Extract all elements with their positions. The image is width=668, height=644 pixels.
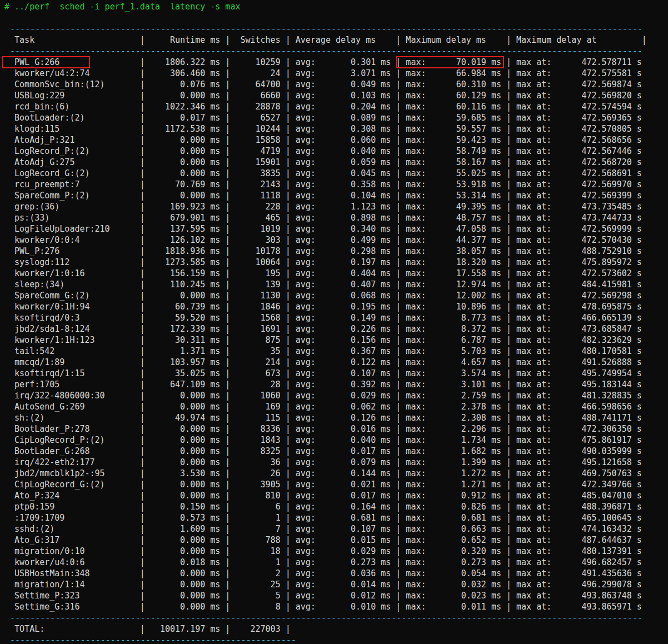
column-divider: | bbox=[396, 535, 401, 546]
runtime-unit: ms bbox=[205, 379, 220, 390]
runtime-unit: ms bbox=[205, 368, 220, 379]
maximum-delay-cell: max:12.974ms bbox=[401, 279, 506, 290]
avg-label: avg: bbox=[296, 457, 321, 468]
max-value: 53.314 bbox=[431, 190, 486, 201]
maximum-delay-at-cell: max at:472.306350s bbox=[511, 423, 642, 435]
column-divider: | bbox=[506, 512, 511, 523]
avg-label: avg: bbox=[296, 223, 321, 234]
terminal-screen[interactable]: # ../perf sched -i perf_1.data latency -… bbox=[0, 0, 668, 644]
max-unit: ms bbox=[486, 234, 501, 246]
avg-value: 0.156 bbox=[321, 335, 376, 346]
avg-label: avg: bbox=[296, 79, 321, 90]
max-unit: ms bbox=[486, 146, 501, 157]
switches-cell: 4719 bbox=[230, 146, 285, 157]
avg-unit: ms bbox=[376, 112, 391, 123]
max-unit: ms bbox=[486, 368, 501, 379]
max-at-label: max at: bbox=[516, 157, 556, 168]
avg-value: 0.040 bbox=[321, 146, 376, 157]
avg-value: 0.301 bbox=[321, 57, 376, 68]
switches-cell: 1019 bbox=[230, 223, 285, 234]
column-divider: | bbox=[225, 401, 230, 412]
max-at-value: 472.569970 bbox=[556, 179, 632, 190]
max-at-label: max at: bbox=[516, 190, 556, 201]
runtime-value: 0.017 bbox=[145, 112, 205, 123]
max-at-label: max at: bbox=[516, 401, 556, 412]
max-label: max: bbox=[406, 468, 431, 479]
table-row: Ato_P:324 | 0.000ms | 810 | avg:0.017ms … bbox=[4, 490, 668, 501]
switches-cell: 64700 bbox=[230, 79, 285, 90]
runtime-value: 0.000 bbox=[145, 90, 205, 101]
switches-cell: 8 bbox=[230, 601, 285, 612]
column-divider: | bbox=[140, 168, 145, 179]
runtime-unit: ms bbox=[205, 357, 220, 368]
max-at-unit: s bbox=[632, 190, 642, 201]
max-at-value: 472.578711 bbox=[556, 57, 632, 68]
column-divider: | bbox=[286, 279, 291, 290]
runtime-value: 679.901 bbox=[145, 212, 205, 223]
column-divider: | bbox=[506, 401, 511, 412]
switches-cell: 15858 bbox=[230, 134, 285, 146]
avg-value: 0.021 bbox=[321, 479, 376, 490]
max-at-value: 496.299078 bbox=[556, 579, 632, 590]
avg-label: avg: bbox=[296, 590, 321, 601]
table-row: SpareComm_P:(2) | 0.000ms | 1118 | avg:0… bbox=[4, 190, 668, 201]
column-divider: | bbox=[140, 123, 145, 134]
avg-label: avg: bbox=[296, 123, 321, 134]
maximum-delay-at-cell: max at:472.567446s bbox=[511, 146, 642, 157]
column-divider: | bbox=[225, 112, 230, 123]
max-at-unit: s bbox=[632, 301, 642, 312]
avg-unit: ms bbox=[376, 57, 391, 68]
average-delay-cell: avg:0.015ms bbox=[291, 535, 396, 546]
switches-cell: 7 bbox=[230, 523, 285, 535]
max-value: 60.310 bbox=[431, 79, 486, 90]
total-row: TOTAL: | 10017.197ms | 227003 | bbox=[4, 623, 668, 635]
max-at-value: 478.695875 bbox=[556, 301, 632, 312]
task-cell: migration/0:10 bbox=[4, 546, 140, 557]
maximum-delay-at-cell: max at:472.578711s bbox=[511, 57, 642, 68]
avg-label: avg: bbox=[296, 90, 321, 101]
avg-label: avg: bbox=[296, 201, 321, 212]
avg-label: avg: bbox=[296, 357, 321, 368]
column-divider: | bbox=[396, 123, 401, 134]
avg-label: avg: bbox=[296, 468, 321, 479]
avg-label: avg: bbox=[296, 346, 321, 357]
avg-value: 0.016 bbox=[321, 423, 376, 435]
average-delay-cell: avg:0.197ms bbox=[291, 257, 396, 268]
header-task: Task bbox=[4, 34, 140, 46]
avg-label: avg: bbox=[296, 134, 321, 146]
max-at-label: max at: bbox=[516, 223, 556, 234]
max-at-unit: s bbox=[632, 268, 642, 279]
max-at-unit: s bbox=[632, 246, 642, 257]
max-unit: ms bbox=[486, 257, 501, 268]
avg-value: 0.068 bbox=[321, 290, 376, 301]
avg-unit: ms bbox=[376, 346, 391, 357]
avg-unit: ms bbox=[376, 68, 391, 79]
max-at-label: max at: bbox=[516, 390, 556, 401]
average-delay-cell: avg:0.017ms bbox=[291, 490, 396, 501]
runtime-cell: 0.000ms bbox=[145, 168, 225, 179]
avg-value: 0.060 bbox=[321, 134, 376, 146]
switches-cell: 26 bbox=[230, 468, 285, 479]
column-divider: | bbox=[286, 146, 291, 157]
switches-cell: 3905 bbox=[230, 479, 285, 490]
avg-value: 0.226 bbox=[321, 323, 376, 335]
column-divider: | bbox=[140, 368, 145, 379]
maximum-delay-at-cell: max at:472.569999s bbox=[511, 223, 642, 234]
max-label: max: bbox=[406, 490, 431, 501]
max-at-value: 472.568720 bbox=[556, 157, 632, 168]
column-divider: | bbox=[140, 457, 145, 468]
maximum-delay-cell: max:6.787ms bbox=[401, 335, 506, 346]
table-header: Task | Runtime ms | Switches | Average d… bbox=[4, 34, 668, 46]
column-divider: | bbox=[286, 312, 291, 323]
table-row: kworker/u4:0:6 | 0.018ms | 1 | avg:0.273… bbox=[4, 557, 668, 568]
max-label: max: bbox=[406, 257, 431, 268]
task-cell: ptp0:159 bbox=[4, 501, 140, 512]
column-divider: | bbox=[286, 590, 291, 601]
switches-cell: 1060 bbox=[230, 390, 285, 401]
avg-label: avg: bbox=[296, 390, 321, 401]
max-at-label: max at: bbox=[516, 479, 556, 490]
max-at-label: max at: bbox=[516, 312, 556, 323]
table-row: irq/422-eth2:177 | 0.000ms | 36 | avg:0.… bbox=[4, 457, 668, 468]
maximum-delay-at-cell: max at:493.865971s bbox=[511, 601, 642, 612]
max-at-value: 472.574594 bbox=[556, 101, 632, 112]
